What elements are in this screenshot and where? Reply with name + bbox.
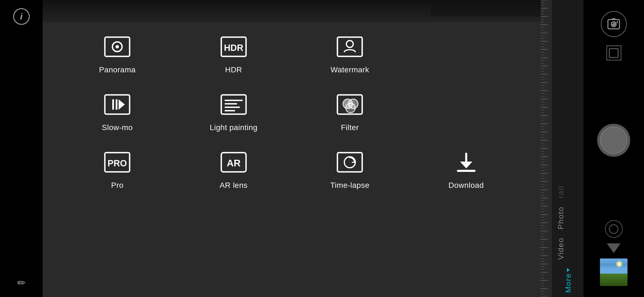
svg-marker-28 xyxy=(460,162,472,169)
right-sidebar: // ticks rendered via inline marks xyxy=(541,0,583,297)
vertical-mode-more[interactable]: More xyxy=(553,264,583,297)
time-lapse-label: Time-lapse xyxy=(330,181,369,190)
main-camera-area: Panorama HDR HDR Watermark xyxy=(43,0,541,297)
shutter-inner xyxy=(600,127,627,154)
mode-ar-lens[interactable]: AR AR lens xyxy=(176,140,292,198)
svg-rect-147 xyxy=(600,274,627,286)
ruler: // ticks rendered via inline marks xyxy=(541,0,552,297)
light-painting-label: Light painting xyxy=(210,123,258,132)
mode-download[interactable]: Download xyxy=(408,140,525,198)
filter-label: Filter xyxy=(341,123,359,132)
control-bottom-area xyxy=(600,220,627,286)
vertical-mode-video[interactable]: Video xyxy=(553,233,583,264)
svg-rect-144 xyxy=(609,49,618,57)
info-button[interactable]: i xyxy=(13,8,30,25)
light-painting-icon xyxy=(220,91,247,118)
edit-button[interactable]: ✏ xyxy=(17,277,26,289)
mode-watermark[interactable]: Watermark xyxy=(292,25,408,82)
mode-filter[interactable]: Filter xyxy=(292,82,408,140)
filter-icon xyxy=(336,91,364,118)
svg-point-6 xyxy=(346,41,353,48)
mode-grid: Panorama HDR HDR Watermark xyxy=(43,14,541,297)
svg-point-141 xyxy=(613,23,615,25)
svg-marker-10 xyxy=(119,99,125,110)
download-icon xyxy=(452,148,480,176)
slow-mo-icon xyxy=(103,91,131,118)
svg-text:PRO: PRO xyxy=(108,158,127,168)
download-label: Download xyxy=(448,181,484,190)
vertical-mode-portrait[interactable]: rait xyxy=(553,181,583,202)
camera-controls xyxy=(583,0,644,297)
home-button[interactable] xyxy=(605,220,623,238)
time-lapse-icon xyxy=(336,148,364,176)
hdr-label: HDR xyxy=(225,65,242,74)
slow-mo-label: Slow-mo xyxy=(102,123,133,132)
mode-empty-2 xyxy=(408,82,525,140)
vertical-mode-photo[interactable]: Photo xyxy=(553,202,583,233)
more-arrow-icon xyxy=(567,268,570,272)
svg-point-145 xyxy=(609,225,618,233)
ar-lens-icon: AR xyxy=(220,148,247,176)
watermark-label: Watermark xyxy=(331,65,369,74)
svg-point-2 xyxy=(116,45,119,49)
mode-time-lapse[interactable]: Time-lapse xyxy=(292,140,408,198)
watermark-icon xyxy=(336,33,364,61)
back-button[interactable] xyxy=(607,243,621,253)
secondary-camera-button[interactable] xyxy=(601,11,627,37)
pro-icon: PRO xyxy=(103,148,131,176)
pro-label: Pro xyxy=(111,181,124,190)
shutter-area xyxy=(597,124,630,157)
mode-slow-mo[interactable]: Slow-mo xyxy=(59,82,176,140)
svg-point-19 xyxy=(346,103,355,113)
svg-text:HDR: HDR xyxy=(224,43,243,53)
mode-empty-1 xyxy=(408,25,525,82)
shutter-button[interactable] xyxy=(597,124,630,157)
gallery-thumbnail[interactable] xyxy=(600,258,627,286)
panorama-label: Panorama xyxy=(99,65,136,74)
svg-point-149 xyxy=(616,261,623,267)
mode-light-painting[interactable]: Light painting xyxy=(176,82,292,140)
left-sidebar: i ✏ xyxy=(0,0,43,297)
control-top-area xyxy=(601,11,627,61)
thumbnail-image xyxy=(600,258,627,286)
svg-rect-24 xyxy=(337,153,362,172)
hdr-icon: HDR xyxy=(220,33,247,61)
mode-hdr[interactable]: HDR HDR xyxy=(176,25,292,82)
mode-panorama[interactable]: Panorama xyxy=(59,25,176,82)
ar-lens-label: AR lens xyxy=(220,181,248,190)
svg-text:AR: AR xyxy=(227,158,241,168)
svg-rect-146 xyxy=(600,258,627,275)
recent-apps-button[interactable] xyxy=(606,45,621,61)
panorama-icon xyxy=(103,33,131,61)
mode-pro[interactable]: PRO Pro xyxy=(59,140,176,198)
